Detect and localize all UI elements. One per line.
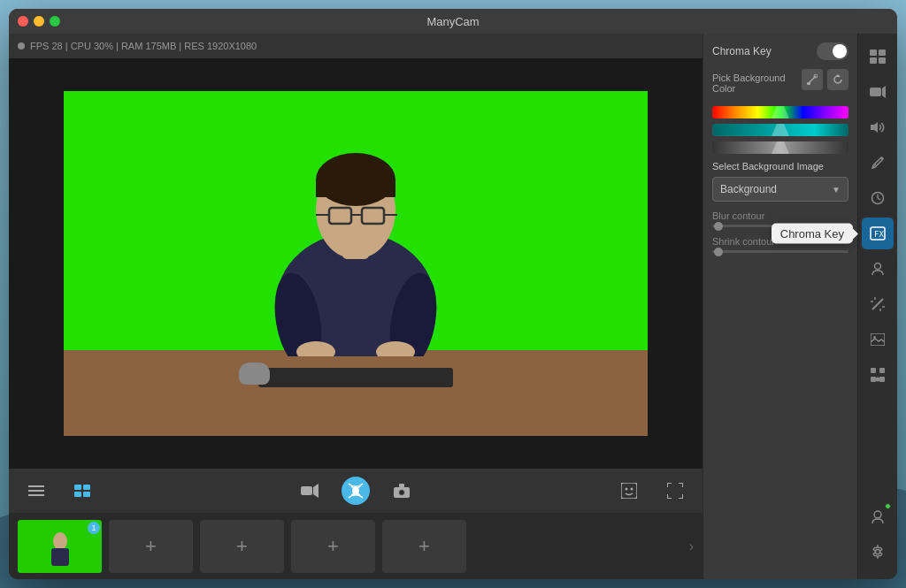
settings-icon	[871, 545, 885, 559]
layers-btn[interactable]	[68, 477, 96, 505]
color-bar-teal[interactable]	[712, 124, 848, 136]
svg-rect-25	[399, 484, 404, 487]
audio-icon	[871, 120, 885, 134]
svg-point-43	[881, 157, 884, 160]
add-slot-2[interactable]: +	[200, 520, 284, 573]
svg-point-29	[631, 488, 633, 491]
icon-grid[interactable]	[862, 359, 894, 391]
close-button[interactable]	[18, 16, 28, 27]
svg-rect-38	[870, 57, 877, 64]
icon-magic[interactable]	[862, 288, 894, 320]
icon-camera[interactable]	[862, 76, 894, 108]
chroma-key-label: Chroma Key	[712, 45, 772, 57]
video-frame	[64, 91, 648, 436]
bg-dropdown-value: Background	[720, 183, 777, 195]
video-area	[9, 58, 703, 469]
reset-icon	[833, 74, 843, 85]
app-title: ManyCam	[426, 15, 479, 28]
add-slot-3[interactable]: +	[291, 520, 375, 573]
icon-chroma-key[interactable]: FX Chroma Key	[862, 218, 894, 249]
pick-bg-label: Pick BackgroundColor	[712, 73, 786, 94]
traffic-lights	[18, 16, 60, 27]
svg-rect-34	[807, 82, 810, 85]
svg-rect-20	[83, 492, 90, 497]
blur-contour-label: Blur contour	[712, 210, 848, 221]
layers-icon	[74, 485, 90, 497]
eyedropper-btn[interactable]	[802, 69, 823, 90]
thumbnail-1[interactable]: 1	[18, 520, 102, 573]
gray-bar	[712, 141, 848, 154]
icon-person[interactable]	[862, 253, 894, 285]
history-icon	[871, 191, 885, 205]
keyboard	[258, 368, 453, 387]
thumbnail-badge: 1	[88, 522, 100, 534]
shrink-slider-thumb	[714, 248, 723, 256]
color-picker-buttons	[802, 69, 848, 90]
camera-snapshot-icon	[394, 484, 410, 498]
svg-rect-21	[301, 486, 312, 495]
thumbnail-strip: 1 + + + + ›	[9, 513, 703, 579]
svg-rect-56	[871, 333, 885, 346]
chroma-key-panel: Chroma Key Pick BackgroundColor	[703, 34, 857, 579]
person	[232, 126, 480, 356]
svg-point-60	[876, 378, 880, 382]
layouts-icon	[870, 50, 886, 64]
background-dropdown[interactable]: Background ▼	[712, 177, 848, 202]
svg-rect-31	[51, 548, 69, 566]
chroma-key-toggle[interactable]	[817, 42, 848, 60]
snapshot-btn[interactable]	[388, 477, 416, 505]
icon-layouts[interactable]	[862, 41, 894, 73]
svg-rect-39	[879, 57, 886, 64]
face-icon	[621, 483, 637, 499]
camera-icon	[870, 85, 886, 99]
left-panel: FPS 28 | CPU 30% | RAM 175MB | RES 1920X…	[9, 34, 703, 579]
color-bar-gray[interactable]	[712, 141, 848, 154]
eyedropper-icon	[807, 74, 818, 85]
svg-rect-4	[316, 179, 395, 197]
teal-bar	[712, 124, 848, 136]
video-camera-btn[interactable]	[296, 477, 324, 505]
shrink-contour-slider[interactable]	[712, 250, 848, 253]
svg-rect-40	[870, 88, 881, 96]
expand-icon	[667, 483, 683, 499]
effects-icon	[871, 156, 885, 170]
svg-rect-17	[74, 485, 81, 490]
thumbnail-strip-arrow[interactable]: ›	[689, 538, 694, 554]
add-slot-1[interactable]: +	[109, 520, 193, 573]
icon-audio[interactable]	[862, 111, 894, 143]
chroma-key-row: Chroma Key	[712, 42, 848, 60]
svg-rect-59	[879, 368, 885, 373]
svg-rect-58	[871, 368, 876, 373]
expand-btn[interactable]	[661, 477, 689, 505]
icon-bar: FX Chroma Key	[857, 34, 897, 579]
icon-account[interactable]	[862, 500, 894, 532]
icon-effects[interactable]	[862, 147, 894, 179]
face-btn[interactable]	[615, 477, 643, 505]
dropdown-arrow-icon: ▼	[832, 185, 841, 195]
svg-rect-19	[74, 492, 81, 497]
broadcast-icon	[348, 483, 364, 499]
icon-settings[interactable]	[862, 536, 894, 568]
titlebar: ManyCam	[9, 9, 897, 34]
person-svg	[232, 126, 480, 356]
svg-rect-37	[879, 50, 886, 56]
image-icon	[871, 333, 885, 346]
pick-bg-section: Pick BackgroundColor	[712, 69, 848, 97]
blur-slider-thumb	[714, 222, 723, 231]
reset-color-btn[interactable]	[827, 69, 848, 90]
icon-history[interactable]	[862, 182, 894, 214]
svg-text:FX: FX	[874, 230, 884, 239]
magic-icon	[871, 297, 885, 311]
maximize-button[interactable]	[50, 16, 60, 27]
icon-image[interactable]	[862, 324, 894, 355]
list-btn[interactable]	[22, 477, 50, 505]
minimize-button[interactable]	[34, 16, 44, 27]
select-bg-section: Select Background Image Background ▼	[712, 161, 848, 202]
chroma-key-settings: Chroma Key Pick BackgroundColor	[703, 34, 857, 579]
svg-line-47	[878, 198, 880, 200]
add-slot-4[interactable]: +	[382, 520, 466, 573]
svg-marker-22	[313, 484, 319, 498]
color-bar-rainbow[interactable]	[712, 106, 848, 118]
stats-bar: FPS 28 | CPU 30% | RAM 175MB | RES 1920X…	[9, 34, 703, 58]
broadcast-btn[interactable]	[342, 477, 370, 505]
